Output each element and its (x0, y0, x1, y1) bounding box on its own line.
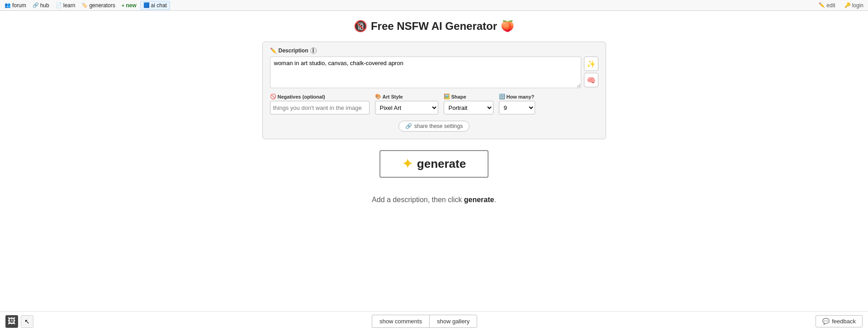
hint-text-prefix: Add a description, then click (372, 196, 464, 203)
art-style-label-text: Art Style (383, 94, 403, 99)
nav-label-hub: hub (40, 2, 49, 9)
nav-item-edit[interactable]: ✏️ edit (816, 1, 838, 9)
how-many-icon: 🔢 (499, 94, 505, 99)
how-many-label-text: How many? (507, 94, 535, 99)
generate-label: generate (417, 157, 466, 171)
art-style-icon: 🎨 (375, 94, 381, 99)
cursor-icon: ↖ (24, 318, 30, 325)
feedback-icon: 💬 (822, 318, 830, 325)
forum-icon: 👥 (5, 2, 11, 8)
art-style-label: 🎨 Art Style (375, 94, 438, 99)
share-label: share these settings (414, 123, 463, 129)
bottom-left: 🖼 ↖ (5, 315, 33, 328)
title-prefix-icon: 🔞 (354, 20, 367, 33)
shape-icon: 🖼️ (444, 94, 450, 99)
random-prompt-button[interactable]: ✨ (584, 57, 598, 71)
negatives-label: 🚫 Negatives (optional) (270, 94, 370, 99)
generate-button[interactable]: ✦ generate (379, 150, 489, 178)
nav-label-aichat: ai chat (151, 2, 167, 9)
shape-select[interactable]: Portrait Landscape Square (444, 101, 493, 114)
description-label-text: Description (279, 47, 308, 54)
edit-icon: ✏️ (819, 2, 825, 8)
hint-text-period: . (494, 196, 496, 203)
shape-label-text: Shape (451, 94, 466, 99)
cursor-button[interactable]: ↖ (21, 315, 33, 328)
bottom-bar: 🖼 ↖ show comments show gallery 💬 feedbac… (0, 311, 868, 331)
share-settings-button[interactable]: 🔗 share these settings (398, 121, 470, 132)
share-icon: 🔗 (405, 123, 412, 129)
description-label: ✏️ Description ℹ (270, 47, 598, 54)
art-style-group: 🎨 Art Style Pixel Art Realistic Anime Oi… (375, 94, 438, 114)
description-info-icon: ℹ (310, 47, 317, 54)
nav-item-learn[interactable]: 📄 learn (53, 1, 78, 9)
nav-label-generators: generators (89, 2, 115, 9)
show-gallery-label: show gallery (437, 318, 470, 325)
nav-label-new: new (126, 2, 136, 9)
negatives-group: 🚫 Negatives (optional) (270, 94, 370, 114)
nav-item-forum[interactable]: 👥 forum (2, 1, 29, 9)
aichat-icon: 🟦 (143, 2, 150, 8)
show-gallery-button[interactable]: show gallery (429, 315, 477, 328)
negatives-label-text: Negatives (optional) (278, 94, 325, 99)
nav-item-login[interactable]: 🔑 login (842, 1, 866, 9)
share-row: 🔗 share these settings (270, 121, 598, 132)
title-text: Free NSFW AI Generator (371, 20, 497, 33)
hint-text-bold: generate (464, 196, 494, 203)
feedback-label: feedback (832, 318, 856, 325)
show-comments-button[interactable]: show comments (372, 315, 429, 328)
new-icon: + (122, 3, 124, 8)
nav-label-edit: edit (826, 2, 835, 9)
art-style-select[interactable]: Pixel Art Realistic Anime Oil Painting W… (375, 101, 438, 114)
avatar: 🖼 (5, 315, 18, 328)
how-many-label: 🔢 How many? (499, 94, 535, 99)
add-description-hint: Add a description, then click generate. (372, 196, 496, 204)
nav-label-learn: learn (63, 2, 76, 9)
nav-item-hub[interactable]: 🔗 hub (30, 1, 52, 9)
shape-label: 🖼️ Shape (444, 94, 493, 99)
feedback-button[interactable]: 💬 feedback (816, 315, 863, 327)
negatives-icon: 🚫 (270, 94, 276, 99)
show-comments-label: show comments (379, 318, 422, 325)
main-content: 🔞 Free NSFW AI Generator 🍑 ✏️ Descriptio… (0, 11, 868, 204)
nav-label-login: login (852, 2, 863, 9)
nav-item-generators[interactable]: 🏷️ generators (79, 1, 118, 9)
title-suffix-icon: 🍑 (501, 20, 514, 33)
shape-group: 🖼️ Shape Portrait Landscape Square (444, 94, 493, 114)
hub-icon: 🔗 (33, 2, 39, 8)
description-row: ✨ 🧠 (270, 57, 598, 88)
options-row: 🚫 Negatives (optional) 🎨 Art Style Pixel… (270, 94, 598, 114)
generator-panel: ✏️ Description ℹ ✨ 🧠 🚫 Negatives (option… (262, 42, 606, 139)
avatar-image: 🖼 (8, 317, 16, 326)
how-many-select[interactable]: 1 2 3 4 6 9 12 (499, 101, 535, 114)
description-input[interactable] (270, 57, 581, 88)
description-action-buttons: ✨ 🧠 (584, 57, 598, 87)
learn-icon: 📄 (56, 2, 62, 8)
nav-item-new[interactable]: + new (119, 1, 139, 9)
description-pencil-icon: ✏️ (270, 47, 277, 54)
generators-icon: 🏷️ (81, 2, 88, 8)
topbar-left: 👥 forum 🔗 hub 📄 learn 🏷️ generators + ne… (2, 1, 816, 10)
nav-item-aichat[interactable]: 🟦 ai chat (140, 1, 170, 10)
bottom-right: 💬 feedback (816, 315, 863, 327)
sparkle-icon: ✦ (402, 156, 413, 171)
login-icon: 🔑 (844, 2, 851, 8)
negatives-input[interactable] (270, 101, 370, 114)
ai-assist-button[interactable]: 🧠 (584, 73, 598, 87)
topbar: 👥 forum 🔗 hub 📄 learn 🏷️ generators + ne… (0, 0, 868, 11)
how-many-group: 🔢 How many? 1 2 3 4 6 9 12 (499, 94, 535, 114)
page-title: 🔞 Free NSFW AI Generator 🍑 (354, 20, 514, 33)
topbar-right: ✏️ edit 🔑 login (816, 1, 866, 9)
nav-label-forum: forum (12, 2, 26, 9)
bottom-center: show comments show gallery (33, 315, 816, 328)
